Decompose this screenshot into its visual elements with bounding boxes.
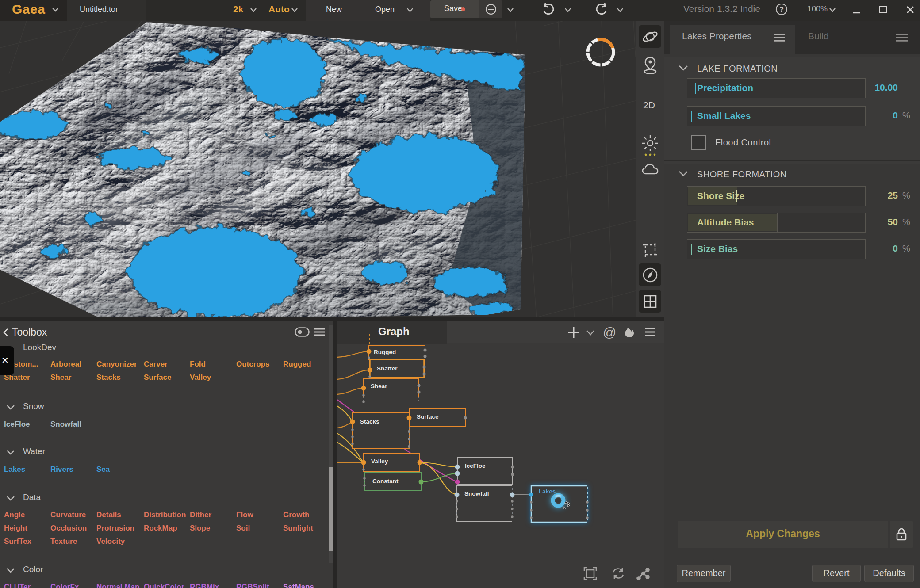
- svg-text:IceFloe: IceFloe: [465, 462, 486, 469]
- svg-text:Snowfall: Snowfall: [464, 490, 489, 497]
- svg-text:Rugged: Rugged: [374, 349, 396, 355]
- svg-text:?: ?: [779, 5, 784, 14]
- svg-text:Shear: Shear: [371, 383, 387, 389]
- svg-text:Valley: Valley: [371, 458, 388, 465]
- svg-text:Shatter: Shatter: [377, 365, 398, 372]
- svg-text:Constant: Constant: [372, 478, 399, 485]
- svg-text:Surface: Surface: [417, 413, 439, 420]
- svg-text:Stacks: Stacks: [360, 418, 380, 425]
